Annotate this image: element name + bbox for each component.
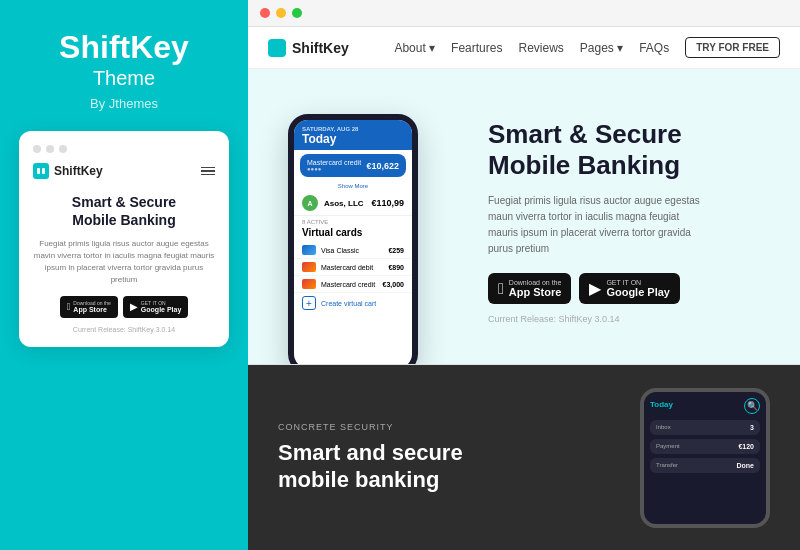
google-play-label: Google Play <box>141 306 181 314</box>
hero-heading: Smart & SecureMobile Banking <box>488 119 780 181</box>
card-row-amount-3: €3,000 <box>383 281 404 288</box>
nav-about[interactable]: About ▾ <box>394 41 435 55</box>
hero-body: Fuegiat primis ligula risus auctor augue… <box>488 193 708 257</box>
svg-rect-0 <box>37 168 40 174</box>
left-panel: ShiftKey Theme By Jthemes ShiftKey Smart… <box>0 0 248 550</box>
bottom-phone-item-2: Payment €120 <box>650 439 760 454</box>
bottom-today: Today <box>650 400 673 409</box>
brand-title: ShiftKey <box>59 30 189 65</box>
hero-store-buttons:  Download on the App Store ▶ GET IT ON … <box>488 273 780 304</box>
card-row-amount-2: €890 <box>388 264 404 271</box>
phone-add-card[interactable]: + Create virtual cart <box>294 293 412 313</box>
hero-phone-area: SATURDAY, AUG 28 Today Mastercard credit… <box>248 69 468 364</box>
hero-play-icon: ▶ <box>589 279 601 298</box>
card-row-name-3: Mastercard credit <box>321 281 383 288</box>
preview-logo-text: ShiftKey <box>54 164 103 178</box>
svg-rect-1 <box>42 168 45 174</box>
preview-logo: ShiftKey <box>33 163 103 179</box>
phone-card-row-1: Visa Classic €259 <box>294 242 412 259</box>
nav-reviews[interactable]: Reviews <box>518 41 563 55</box>
phone-status: SATURDAY, AUG 28 Today <box>294 120 412 150</box>
add-plus-icon: + <box>302 296 316 310</box>
browser-chrome: ShiftKey About ▾ Feartures Reviews Pages… <box>248 0 800 365</box>
nav-faqs[interactable]: FAQs <box>639 41 669 55</box>
card-row-amount-1: €259 <box>388 247 404 254</box>
mc-icon-1 <box>302 262 316 272</box>
add-card-label: Create virtual cart <box>321 300 376 307</box>
preview-nav: ShiftKey <box>33 163 215 179</box>
visa-icon <box>302 245 316 255</box>
hero-google-play-label: Google Play <box>606 286 670 298</box>
bottom-section: CONCRETE SECURITY Smart and securemobile… <box>248 365 800 550</box>
hero-text: Smart & SecureMobile Banking Fuegiat pri… <box>468 69 800 364</box>
right-panel: ShiftKey About ▾ Feartures Reviews Pages… <box>248 0 800 550</box>
mc-icon-2 <box>302 279 316 289</box>
nav-pages[interactable]: Pages ▾ <box>580 41 623 55</box>
phone-card-amount: €10,622 <box>366 161 399 171</box>
hero-section: SATURDAY, AUG 28 Today Mastercard credit… <box>248 69 800 364</box>
nav-features[interactable]: Feartures <box>451 41 502 55</box>
preview-google-play-btn[interactable]: ▶ GET IT ON Google Play <box>123 296 188 318</box>
browser-dot-red[interactable] <box>260 8 270 18</box>
bottom-heading: Smart and securemobile banking <box>278 440 620 493</box>
hero-app-store-btn[interactable]:  Download on the App Store <box>488 273 571 304</box>
merchant-amount: €110,99 <box>371 198 404 208</box>
bottom-phone-nav: Today 🔍 <box>650 398 760 414</box>
play-icon: ▶ <box>130 302 138 312</box>
google-play-small: GET IT ON <box>141 300 181 306</box>
phone-card-row-3: Mastercard credit €3,000 <box>294 276 412 293</box>
card-row-name-2: Mastercard debit <box>321 264 388 271</box>
hamburger-icon[interactable] <box>201 167 215 176</box>
site-nav: ShiftKey About ▾ Feartures Reviews Pages… <box>248 27 800 69</box>
hero-google-play-btn[interactable]: ▶ GET IT ON Google Play <box>579 273 680 304</box>
nav-cta[interactable]: TRY FOR FREE <box>685 37 780 58</box>
phone-mockup: SATURDAY, AUG 28 Today Mastercard credit… <box>288 114 418 364</box>
phone-merchant: A Asos, LLC €110,99 <box>294 191 412 216</box>
browser-dot-green[interactable] <box>292 8 302 18</box>
app-store-label: App Store <box>73 306 111 314</box>
hero-apple-icon:  <box>498 280 504 298</box>
browser-titlebar <box>248 0 800 27</box>
bottom-phone-item-3: Transfer Done <box>650 458 760 473</box>
site-logo-icon <box>268 39 286 57</box>
card-row-name-1: Visa Classic <box>321 247 388 254</box>
preview-body: Fuegiat primis ligula risus auctor augue… <box>33 238 215 286</box>
browser-dot-yellow[interactable] <box>276 8 286 18</box>
phone-card-row-2: Mastercard debit €890 <box>294 259 412 276</box>
phone-section-label: 8 ACTIVE <box>294 216 412 227</box>
phone-card-item: Mastercard credit ●●●● €10,622 <box>300 154 406 177</box>
app-store-small: Download on the <box>73 300 111 306</box>
bottom-phone-inbox: Inbox 3 <box>650 420 760 435</box>
site-logo: ShiftKey <box>268 39 349 57</box>
brand-subtitle: Theme <box>93 67 155 90</box>
preview-release: Current Release: ShiftKey 3.0.14 <box>33 326 215 333</box>
preview-card: ShiftKey Smart & SecureMobile Banking Fu… <box>19 131 229 347</box>
nav-links: About ▾ Feartures Reviews Pages ▾ FAQs T… <box>394 37 780 58</box>
search-icon[interactable]: 🔍 <box>744 398 760 414</box>
hero-release: Current Release: ShiftKey 3.0.14 <box>488 314 780 324</box>
concrete-label: CONCRETE SECURITY <box>278 422 620 432</box>
brand-by: By Jthemes <box>90 96 158 111</box>
phone-date: SATURDAY, AUG 28 <box>302 126 404 132</box>
bottom-text: CONCRETE SECURITY Smart and securemobile… <box>278 422 620 493</box>
preview-app-store-btn[interactable]:  Download on the App Store <box>60 296 118 318</box>
preview-logo-icon <box>33 163 49 179</box>
preview-dots <box>33 145 215 153</box>
merchant-icon: A <box>302 195 318 211</box>
site-logo-text: ShiftKey <box>292 40 349 56</box>
phone-card-label: Mastercard credit <box>307 159 361 166</box>
preview-heading: Smart & SecureMobile Banking <box>33 193 215 229</box>
apple-icon:  <box>67 302 71 312</box>
phone-section-title: Virtual cards <box>294 227 412 242</box>
merchant-name: Asos, LLC <box>324 199 364 208</box>
preview-store-buttons:  Download on the App Store ▶ GET IT ON … <box>33 296 215 318</box>
phone-show-more[interactable]: Show More <box>294 181 412 191</box>
hero-google-play-small: GET IT ON <box>606 279 670 286</box>
hero-app-store-small: Download on the <box>509 279 562 286</box>
hero-app-store-label: App Store <box>509 286 562 298</box>
phone-title: Today <box>302 132 404 146</box>
bottom-phone: Today 🔍 Inbox 3 Payment €120 Transfer Do… <box>640 388 770 528</box>
